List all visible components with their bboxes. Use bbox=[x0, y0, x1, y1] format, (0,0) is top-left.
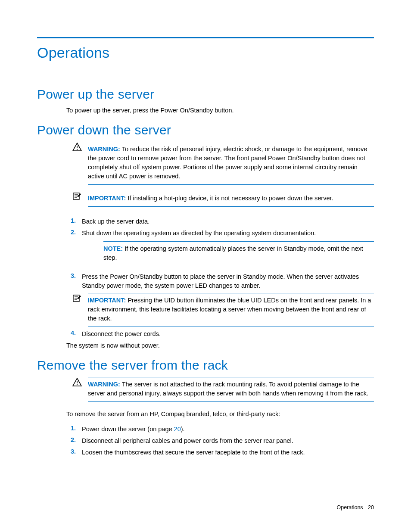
step-text: Back up the server data. bbox=[82, 217, 374, 226]
footer-page-number: 20 bbox=[368, 504, 374, 510]
page-footer: Operations 20 bbox=[336, 504, 374, 510]
warning-icon bbox=[72, 378, 82, 386]
step-number: 1. bbox=[66, 217, 82, 224]
power-up-body: To power up the server, press the Power … bbox=[66, 106, 374, 115]
important-label: IMPORTANT: bbox=[88, 195, 126, 202]
important-callout: IMPORTANT: Pressing the UID button illum… bbox=[82, 293, 374, 327]
step-text: Disconnect all peripheral cables and pow… bbox=[82, 436, 374, 445]
important-text: Pressing the UID button illuminates the … bbox=[88, 297, 371, 322]
document-page: Operations Power up the server To power … bbox=[0, 0, 411, 532]
warning-label: WARNING: bbox=[88, 146, 120, 152]
heading-power-up: Power up the server bbox=[37, 87, 374, 102]
step-number: 3. bbox=[66, 448, 82, 455]
note-text: If the operating system automatically pl… bbox=[103, 245, 363, 261]
step-text: Shut down the operating system as direct… bbox=[82, 229, 374, 238]
power-down-closing: The system is now without power. bbox=[66, 341, 374, 350]
note-callout: NOTE: If the operating system automatica… bbox=[103, 241, 374, 266]
step-number: 1. bbox=[66, 425, 82, 432]
note-label: NOTE: bbox=[103, 245, 123, 252]
step-number: 2. bbox=[66, 436, 82, 443]
important-icon bbox=[72, 294, 82, 302]
warning-text: The server is not attached to the rack m… bbox=[88, 381, 368, 397]
warning-text: To reduce the risk of personal injury, e… bbox=[88, 146, 367, 180]
warning-callout: WARNING: To reduce the risk of personal … bbox=[66, 142, 374, 185]
important-callout: IMPORTANT: If installing a hot-plug devi… bbox=[66, 191, 374, 207]
svg-point-11 bbox=[77, 384, 78, 385]
step-text: Disconnect the power cords. bbox=[82, 330, 374, 339]
important-icon bbox=[72, 192, 82, 200]
step-text: Press the Power On/Standby button to pla… bbox=[82, 272, 374, 290]
step-number: 3. bbox=[66, 272, 82, 279]
heading-remove-rack: Remove the server from the rack bbox=[37, 358, 374, 373]
important-label: IMPORTANT: bbox=[88, 297, 126, 304]
list-item: 3. Loosen the thumbscrews that secure th… bbox=[66, 448, 374, 457]
important-text: If installing a hot-plug device, it is n… bbox=[128, 195, 333, 202]
list-item: 3. Press the Power On/Standby button to … bbox=[66, 272, 374, 327]
top-rule bbox=[37, 37, 374, 38]
warning-icon bbox=[72, 143, 82, 151]
power-down-steps: 1. Back up the server data. 2. Shut down… bbox=[66, 217, 374, 339]
warning-callout: WARNING: The server is not attached to t… bbox=[66, 377, 374, 402]
remove-rack-steps: 1. Power down the server (on page 20). 2… bbox=[66, 425, 374, 457]
remove-rack-intro: To remove the server from an HP, Compaq … bbox=[66, 410, 374, 419]
page-title: Operations bbox=[37, 44, 374, 61]
list-item: 2. Disconnect all peripheral cables and … bbox=[66, 436, 374, 445]
step-text: Power down the server (on page 20). bbox=[82, 425, 374, 434]
step-number: 4. bbox=[66, 330, 82, 336]
page-link[interactable]: 20 bbox=[174, 426, 181, 432]
footer-label: Operations bbox=[336, 504, 363, 510]
warning-label: WARNING: bbox=[88, 381, 120, 388]
svg-point-1 bbox=[77, 149, 78, 150]
list-item: 4. Disconnect the power cords. bbox=[66, 330, 374, 339]
step-number: 2. bbox=[66, 229, 82, 236]
list-item: 2. Shut down the operating system as dir… bbox=[66, 229, 374, 270]
step-text: Loosen the thumbscrews that secure the s… bbox=[82, 448, 374, 457]
heading-power-down: Power down the server bbox=[37, 123, 374, 137]
list-item: 1. Back up the server data. bbox=[66, 217, 374, 226]
list-item: 1. Power down the server (on page 20). bbox=[66, 425, 374, 434]
